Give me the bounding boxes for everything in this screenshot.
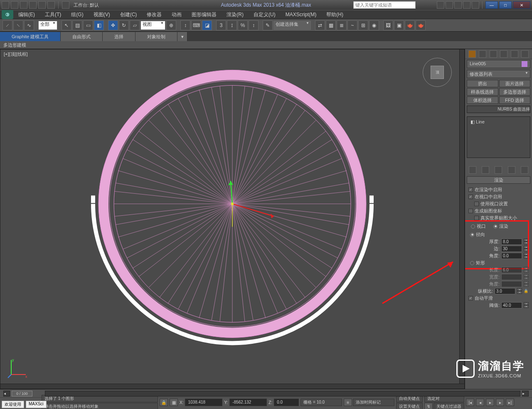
- pivot-icon[interactable]: ⊕: [166, 20, 176, 30]
- menu-modifiers[interactable]: 修改器: [143, 10, 165, 19]
- ribbon-tab-freeform[interactable]: 自由形式: [61, 32, 103, 41]
- x-coord-input[interactable]: 1038.418: [185, 399, 222, 406]
- curve-editor-icon[interactable]: ~: [347, 20, 357, 30]
- maximize-button[interactable]: □: [499, 1, 512, 9]
- thickness-up[interactable]: ▴: [524, 239, 529, 241]
- radio-viewport[interactable]: [471, 224, 475, 229]
- thickness-input[interactable]: 8.0: [501, 239, 522, 245]
- z-coord-input[interactable]: 0.0: [274, 399, 299, 406]
- favorites-icon[interactable]: [446, 1, 453, 9]
- goto-end-icon[interactable]: ▸|: [506, 399, 514, 406]
- app-menu-icon[interactable]: [2, 1, 9, 9]
- ribbon-tab-selection[interactable]: 选择: [103, 32, 135, 41]
- pin-stack-icon[interactable]: [469, 166, 476, 174]
- filter-dropdown[interactable]: 全部: [38, 21, 57, 30]
- remove-icon[interactable]: [508, 166, 515, 174]
- link-icon[interactable]: [62, 1, 69, 9]
- configure-icon[interactable]: [521, 166, 528, 174]
- nurbs-btn[interactable]: NURBS 曲面选择: [467, 106, 530, 113]
- app-logo-icon[interactable]: ③: [2, 10, 13, 19]
- window-crossing-icon[interactable]: ◧: [94, 20, 104, 30]
- sides-down[interactable]: ▾: [524, 249, 529, 251]
- set-key-button[interactable]: 设置关键点: [396, 403, 423, 409]
- new-icon[interactable]: [11, 1, 18, 9]
- cb-gen-mapping[interactable]: [468, 209, 473, 213]
- workspace-label[interactable]: 工作台: 默认: [74, 2, 99, 8]
- threshold-up[interactable]: ▴: [524, 302, 529, 305]
- material-icon[interactable]: ◉: [369, 20, 379, 30]
- angle-up[interactable]: ▴: [524, 253, 529, 256]
- ribbon-tab-paint[interactable]: 对象绘制: [135, 32, 177, 41]
- aspect-down[interactable]: ▾: [517, 291, 522, 294]
- menu-customize[interactable]: 自定义(U): [250, 10, 279, 19]
- utilities-tab-icon[interactable]: [521, 50, 529, 58]
- transform-type-icon[interactable]: ▦: [170, 399, 178, 406]
- sides-up[interactable]: ▴: [524, 246, 529, 249]
- snap-3-icon[interactable]: 3: [216, 20, 226, 30]
- snap-angle-icon[interactable]: ⟟: [227, 20, 237, 30]
- modifier-stack[interactable]: Line: [467, 116, 530, 158]
- snap-toggle-icon[interactable]: ◪: [202, 20, 212, 30]
- refcoord-dropdown[interactable]: 视图: [140, 21, 165, 30]
- menu-views[interactable]: 视图(V): [90, 10, 113, 19]
- y-coord-input[interactable]: -8562.132: [229, 399, 267, 406]
- key-filter-button[interactable]: 关键点过滤器: [433, 403, 464, 409]
- mirror-icon[interactable]: ⇄: [315, 20, 325, 30]
- menu-group[interactable]: 组(G): [68, 10, 86, 19]
- layers-icon[interactable]: ≣: [337, 20, 347, 30]
- tool-icon[interactable]: [454, 1, 462, 9]
- link-tool-icon[interactable]: ⟋: [2, 20, 12, 30]
- cb-use-viewport[interactable]: [474, 202, 479, 206]
- search-input[interactable]: [353, 1, 416, 9]
- angle-input[interactable]: 0.0: [501, 253, 522, 259]
- select-icon[interactable]: ↖: [62, 20, 71, 30]
- keyboard-icon[interactable]: ⌨: [191, 20, 201, 30]
- goto-start-icon[interactable]: |◂: [466, 399, 474, 406]
- radio-render[interactable]: [493, 224, 498, 229]
- schematic-icon[interactable]: ⊞: [358, 20, 368, 30]
- menu-create[interactable]: 创建(C): [117, 10, 140, 19]
- quick-btn-ffd[interactable]: FFD 选择: [499, 96, 531, 104]
- info-icon[interactable]: [463, 1, 470, 9]
- quick-btn-extrude[interactable]: 挤出: [467, 80, 498, 87]
- minimize-button[interactable]: —: [485, 1, 498, 9]
- unique-icon[interactable]: [495, 166, 502, 174]
- selection-set-dropdown[interactable]: 创建选择集: [273, 21, 311, 30]
- play-icon[interactable]: ▸: [486, 399, 494, 406]
- menu-help[interactable]: 帮助(H): [323, 10, 347, 19]
- menu-edit[interactable]: 编辑(E): [15, 10, 38, 19]
- exchange-icon[interactable]: [472, 1, 479, 9]
- cb-enable-viewport[interactable]: [468, 195, 473, 199]
- ribbon-sub-label[interactable]: 多边形建模: [0, 42, 532, 49]
- render-frame-icon[interactable]: ▣: [394, 20, 404, 30]
- modify-tab-icon[interactable]: [479, 50, 486, 58]
- modifier-list-dropdown[interactable]: 修改器列表: [467, 70, 530, 78]
- ribbon-expand-icon[interactable]: ▾: [177, 32, 187, 41]
- threshold-down[interactable]: ▾: [524, 305, 529, 308]
- hierarchy-tab-icon[interactable]: [490, 50, 497, 58]
- object-name-field[interactable]: Line005: [467, 60, 530, 68]
- open-icon[interactable]: [20, 1, 27, 9]
- unlink-tool-icon[interactable]: ⟍: [13, 20, 23, 30]
- stack-item-line[interactable]: Line: [469, 118, 528, 126]
- aspect-input[interactable]: 3.0: [495, 288, 515, 294]
- close-button[interactable]: ✕: [513, 1, 530, 9]
- cb-auto-smooth[interactable]: [468, 296, 473, 301]
- viewport-label[interactable]: [+][顶][线框]: [4, 51, 28, 57]
- scale-tool-icon[interactable]: ▱: [130, 20, 140, 30]
- threshold-input[interactable]: 40.0: [501, 302, 522, 308]
- render-setup-icon[interactable]: 🖼: [383, 20, 393, 30]
- viewport[interactable]: [+][顶][线框] 顶: [0, 49, 465, 389]
- named-sel-edit-icon[interactable]: ✎: [263, 20, 273, 30]
- aspect-up[interactable]: ▴: [517, 288, 522, 291]
- motion-tab-icon[interactable]: [500, 50, 507, 58]
- undo-icon[interactable]: [38, 1, 46, 9]
- timeline-marker[interactable]: 0 / 100: [12, 391, 32, 397]
- redo-icon[interactable]: [47, 1, 55, 9]
- menu-rendering[interactable]: 渲染(R): [223, 10, 247, 19]
- prev-frame-icon[interactable]: ◂: [476, 399, 484, 406]
- color-swatch[interactable]: [522, 61, 527, 67]
- quick-btn-volume[interactable]: 体积选择: [467, 96, 498, 104]
- spinner-snap-icon[interactable]: ↕: [249, 20, 259, 30]
- quick-btn-spline[interactable]: 样条线选择: [467, 88, 498, 96]
